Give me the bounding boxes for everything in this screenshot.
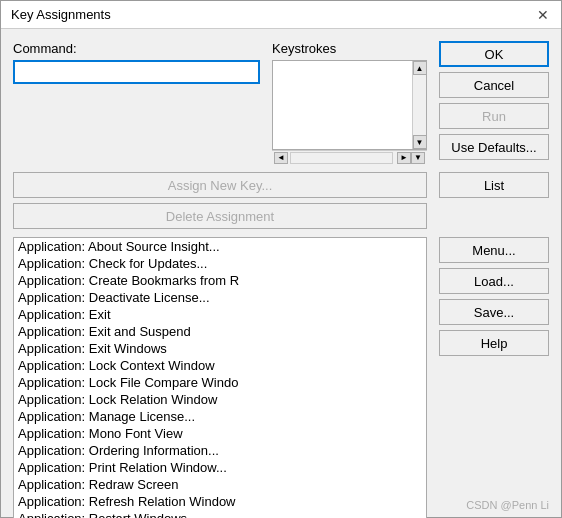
list-item[interactable]: Application: Manage License... — [14, 408, 426, 425]
ok-button[interactable]: OK — [439, 41, 549, 67]
keystroke-panel: Keystrokes ▲ ▼ ◄ ► ▼ — [272, 41, 427, 164]
command-panel: Command: — [13, 41, 260, 164]
list-button[interactable]: List — [439, 172, 549, 198]
command-list-container: Application: About Source Insight...Appl… — [13, 237, 427, 518]
menu-button[interactable]: Menu... — [439, 237, 549, 263]
watermark: CSDN @Penn Li — [466, 499, 549, 511]
keystroke-horiz-bar: ◄ ► ▼ — [272, 150, 427, 164]
list-item[interactable]: Application: About Source Insight... — [14, 238, 426, 255]
list-item[interactable]: Application: Lock File Compare Windo — [14, 374, 426, 391]
list-item[interactable]: Application: Create Bookmarks from R — [14, 272, 426, 289]
keystroke-scrollbar: ▲ ▼ — [412, 61, 426, 149]
keystroke-scroll-down[interactable]: ▼ — [413, 135, 427, 149]
list-item[interactable]: Application: Restart Windows — [14, 510, 426, 518]
dialog-body: Command: Keystrokes ▲ ▼ ◄ ► ▼ — [1, 29, 561, 518]
help-button[interactable]: Help — [439, 330, 549, 356]
list-item[interactable]: Application: Exit — [14, 306, 426, 323]
keystroke-hscroll-track[interactable] — [290, 152, 393, 164]
dialog-title: Key Assignments — [11, 7, 111, 22]
command-input[interactable] — [13, 60, 260, 84]
command-label: Command: — [13, 41, 260, 56]
save-button[interactable]: Save... — [439, 299, 549, 325]
list-item[interactable]: Application: Mono Font View — [14, 425, 426, 442]
cancel-button[interactable]: Cancel — [439, 72, 549, 98]
title-bar: Key Assignments ✕ — [1, 1, 561, 29]
assignment-buttons: Assign New Key... Delete Assignment — [13, 172, 427, 229]
right-panel-top: OK Cancel Run Use Defaults... — [439, 41, 549, 164]
list-item[interactable]: Application: Deactivate License... — [14, 289, 426, 306]
top-section: Command: Keystrokes ▲ ▼ ◄ ► ▼ — [13, 41, 549, 164]
keystroke-hscroll-more[interactable]: ▼ — [411, 152, 425, 164]
list-item[interactable]: Application: Refresh Relation Window — [14, 493, 426, 510]
list-item[interactable]: Application: Check for Updates... — [14, 255, 426, 272]
keystroke-hscroll-left[interactable]: ◄ — [274, 152, 288, 164]
assign-new-key-button[interactable]: Assign New Key... — [13, 172, 427, 198]
keystroke-hscroll-right[interactable]: ► — [397, 152, 411, 164]
keystrokes-box: ▲ ▼ — [272, 60, 427, 150]
right-panel-bottom: Menu... Load... Save... Help — [439, 237, 549, 518]
run-button[interactable]: Run — [439, 103, 549, 129]
action-row: Assign New Key... Delete Assignment List — [13, 172, 549, 229]
command-list[interactable]: Application: About Source Insight...Appl… — [14, 238, 426, 518]
keystroke-scroll-up[interactable]: ▲ — [413, 61, 427, 75]
list-item[interactable]: Application: Exit Windows — [14, 340, 426, 357]
list-item[interactable]: Application: Lock Context Window — [14, 357, 426, 374]
list-item[interactable]: Application: Ordering Information... — [14, 442, 426, 459]
list-item[interactable]: Application: Lock Relation Window — [14, 391, 426, 408]
load-button[interactable]: Load... — [439, 268, 549, 294]
keystrokes-label: Keystrokes — [272, 41, 427, 56]
delete-assignment-button[interactable]: Delete Assignment — [13, 203, 427, 229]
close-button[interactable]: ✕ — [535, 8, 551, 22]
list-item[interactable]: Application: Print Relation Window... — [14, 459, 426, 476]
use-defaults-button[interactable]: Use Defaults... — [439, 134, 549, 160]
key-assignments-dialog: Key Assignments ✕ Command: Keystrokes ▲ … — [0, 0, 562, 518]
list-item[interactable]: Application: Redraw Screen — [14, 476, 426, 493]
main-section: Application: About Source Insight...Appl… — [13, 237, 549, 518]
right-panel-mid: List — [439, 172, 549, 229]
list-item[interactable]: Application: Exit and Suspend — [14, 323, 426, 340]
